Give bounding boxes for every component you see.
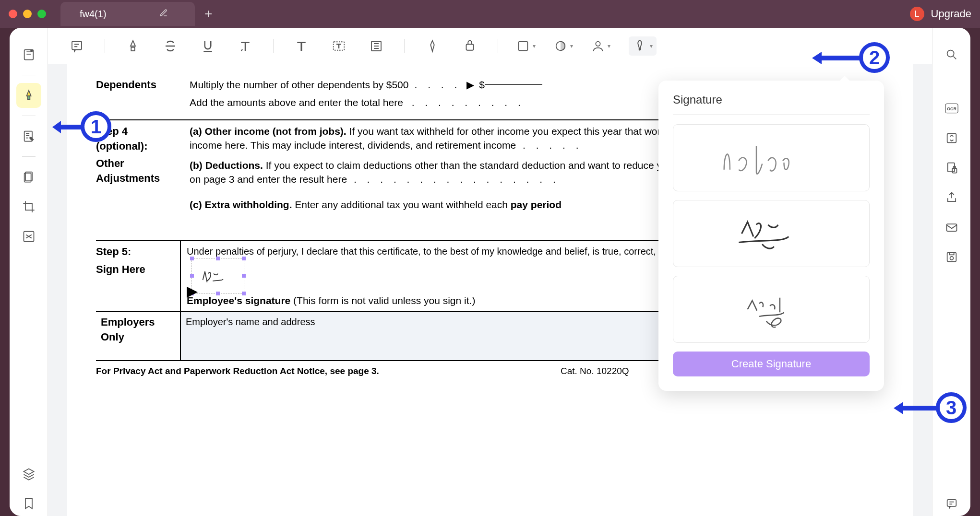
callout-2: 2	[859, 42, 890, 73]
footer-left: For Privacy Act and Paperwork Reduction …	[96, 365, 379, 381]
main-area: Dependents Multiply the number of other …	[48, 28, 932, 516]
employer-name-label: Employer's name and address	[186, 317, 315, 327]
secure-tool[interactable]	[939, 155, 964, 180]
dep-add-text: Add the amounts above and enter the tota…	[190, 97, 403, 108]
sig-arrow-icon: ▶	[187, 281, 198, 301]
note-button[interactable]	[67, 36, 86, 56]
mail-tool[interactable]	[939, 215, 964, 240]
signature-button[interactable]	[629, 36, 657, 56]
arrow-icon: ▶	[466, 78, 474, 92]
svg-rect-20	[946, 224, 956, 231]
strikethrough-button[interactable]	[161, 36, 180, 56]
right-sidebar: OCR	[932, 28, 970, 516]
svg-point-1	[31, 50, 33, 52]
layers-tool[interactable]	[16, 461, 41, 486]
svg-rect-23	[949, 253, 954, 255]
new-tab-button[interactable]: +	[204, 6, 212, 22]
signature-popup: Signature Create Signature	[658, 81, 884, 391]
svg-point-14	[947, 50, 954, 57]
callout-1: 1	[81, 111, 111, 142]
left-sidebar	[10, 28, 48, 516]
page-tool[interactable]	[16, 164, 41, 189]
dep-amount-field[interactable]	[485, 84, 542, 85]
text-style-button[interactable]	[236, 36, 255, 56]
signature-popup-title: Signature	[673, 93, 870, 106]
placed-signature[interactable]	[191, 258, 244, 294]
svg-rect-7	[72, 41, 82, 50]
shape-button[interactable]	[516, 36, 536, 56]
signature-item-1[interactable]	[673, 124, 870, 191]
step5-label: Step 5:	[96, 245, 180, 259]
redact-tool[interactable]	[16, 224, 41, 249]
svg-rect-2	[27, 96, 30, 99]
titlebar: fw4(1) + L Upgrade	[0, 0, 980, 28]
svg-rect-11	[519, 41, 528, 50]
document-tab[interactable]: fw4(1)	[60, 2, 195, 26]
eraser-button[interactable]	[460, 36, 479, 56]
upgrade-button[interactable]: Upgrade	[931, 8, 971, 20]
svg-text:OCR: OCR	[947, 106, 956, 111]
underline-button[interactable]	[198, 36, 217, 56]
share-tool[interactable]	[939, 185, 964, 210]
highlight-button[interactable]	[123, 36, 143, 56]
pen-button[interactable]	[423, 36, 442, 56]
stamp-button[interactable]	[554, 36, 573, 56]
bookmark-tool[interactable]	[16, 491, 41, 516]
dep-multiply-text: Multiply the number of other dependents …	[190, 78, 408, 92]
ocr-tool[interactable]: OCR	[939, 96, 964, 121]
textbox-button[interactable]	[329, 36, 348, 56]
callout-3: 3	[936, 392, 967, 423]
svg-rect-24	[947, 500, 956, 506]
signature-item-2[interactable]	[673, 200, 870, 267]
signature-item-3[interactable]	[673, 276, 870, 343]
close-window-button[interactable]	[9, 10, 17, 18]
tab-title: fw4(1)	[80, 9, 107, 20]
maximize-window-button[interactable]	[37, 10, 46, 18]
sign-here-label: Sign Here	[96, 262, 180, 277]
step4-optional: (optional):	[96, 139, 180, 154]
footer-cat: Cat. No. 10220Q	[561, 365, 629, 381]
profile-stamp-button[interactable]	[591, 36, 610, 56]
crop-tool[interactable]	[16, 194, 41, 219]
annotate-tool[interactable]	[16, 83, 41, 108]
dependents-label: Dependents	[96, 79, 156, 91]
svg-point-22	[950, 257, 953, 260]
annotation-toolbar	[48, 28, 932, 64]
step4-other: Other Adjustments	[96, 156, 180, 186]
comments-tool[interactable]	[939, 491, 964, 516]
reader-tool[interactable]	[16, 42, 41, 67]
minimize-window-button[interactable]	[23, 10, 32, 18]
employers-label: Employers Only	[101, 316, 155, 343]
traffic-lights	[9, 10, 46, 18]
convert-tool[interactable]	[939, 126, 964, 151]
user-avatar[interactable]: L	[910, 7, 924, 21]
svg-point-13	[596, 41, 600, 46]
create-signature-button[interactable]: Create Signature	[673, 352, 870, 376]
save-tool[interactable]	[939, 245, 964, 270]
svg-rect-10	[466, 44, 474, 50]
rename-tab-icon[interactable]	[159, 9, 168, 20]
text-button[interactable]	[292, 36, 311, 56]
form-button[interactable]	[367, 36, 386, 56]
edit-tool[interactable]	[16, 124, 41, 149]
search-tool[interactable]	[939, 42, 964, 67]
